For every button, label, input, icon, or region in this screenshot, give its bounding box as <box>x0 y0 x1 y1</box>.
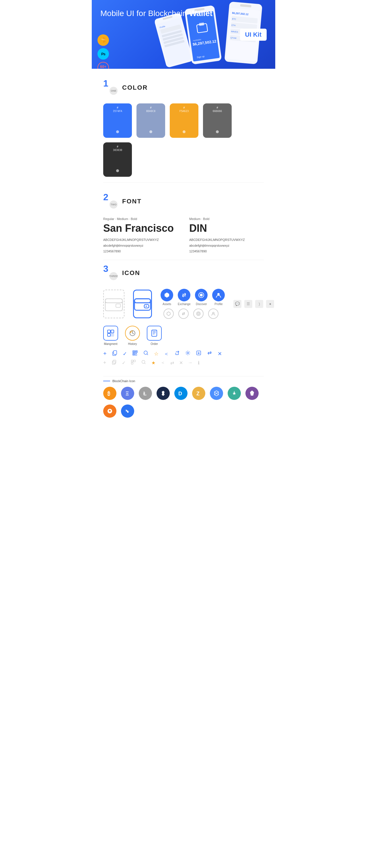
zcash-icon: Z <box>192 387 205 400</box>
discover-icon <box>195 289 207 301</box>
hero-title-bold: Wallet <box>189 9 213 18</box>
hero-title: Mobile UI for Blockchain Wallet <box>101 9 213 18</box>
font-style-din: Medium · Bold <box>189 217 264 221</box>
svg-point-48 <box>200 293 203 297</box>
swatch-dot <box>116 130 119 133</box>
svg-rect-44 <box>135 299 150 303</box>
nav-icons-group: Assets Exchange Discover <box>161 289 225 319</box>
profile-icon-outline <box>208 309 219 319</box>
svg-rect-55 <box>111 330 114 333</box>
search-icon <box>143 350 149 357</box>
svg-rect-63 <box>152 330 157 332</box>
x-icon-inactive: ✕ <box>179 360 183 366</box>
order-icon <box>147 326 162 341</box>
svg-rect-79 <box>112 361 115 365</box>
svg-point-50 <box>217 293 220 296</box>
blockchain-label: BlockChain Icon <box>103 379 264 383</box>
arrows-icon-inactive: ⇄ <box>170 360 174 366</box>
swatch-dot <box>216 130 219 133</box>
swatch-blue: #3574FA <box>103 103 132 138</box>
svg-rect-69 <box>133 351 134 352</box>
svg-text:ETH: ETH <box>231 24 236 26</box>
waves-icon <box>121 404 134 418</box>
dark-coin-icon <box>157 387 170 400</box>
font-name-sf: San Francisco <box>103 222 178 234</box>
screens-badge: 60+ Screens <box>97 62 109 69</box>
ui-kit-badge: UI Kit <box>240 29 266 41</box>
management-icon-item: Mangment <box>103 326 118 345</box>
hero-section: Mobile UI for Blockchain Wallet UI Kit P… <box>92 0 275 69</box>
order-icon-item: Order <box>147 326 162 345</box>
svg-rect-81 <box>131 360 133 362</box>
grid-icon <box>210 387 223 400</box>
litecoin-icon: Ł <box>139 387 152 400</box>
font-grid: Regular · Medium · Bold San Francisco AB… <box>103 217 264 254</box>
dash-icon: D <box>174 387 188 400</box>
blockchain-section: BlockChain Icon ₿ Ξ Ł D Z <box>92 376 275 429</box>
plus-icon: + <box>103 350 107 357</box>
svg-line-85 <box>144 363 145 364</box>
swatch-dark: #303030 <box>103 143 132 177</box>
svg-rect-57 <box>111 334 114 336</box>
svg-rect-65 <box>114 351 117 354</box>
qr-icon-inactive <box>131 360 136 366</box>
swatch-gray-blue: #8DA0C8 <box>137 103 165 138</box>
font-section-header: 2 TWO FONT <box>103 194 264 209</box>
badge-icons: Ps 60+ Screens <box>97 34 109 69</box>
copy-icon-inactive <box>112 360 117 366</box>
blockchain-label-text: BlockChain Icon <box>112 379 135 383</box>
history-icon <box>125 326 140 341</box>
svg-point-53 <box>213 312 214 314</box>
font-chars-num-sf: 1234567890 <box>103 249 178 254</box>
svg-rect-80 <box>113 360 116 364</box>
font-chars-num-din: 1234567890 <box>189 249 264 254</box>
svg-text:₿: ₿ <box>108 391 110 397</box>
forward-icon-inactive: → <box>188 360 193 365</box>
hero-title-regular: Mobile UI for Blockchain <box>101 9 189 18</box>
qr-icon <box>132 350 138 357</box>
gear-icon <box>185 350 191 357</box>
font-chars-lower-din: abcdefghijklmnopqrstuvwxyz <box>189 243 264 249</box>
font-section: 2 TWO FONT Regular · Medium · Bold San F… <box>92 183 275 260</box>
font-din: Medium · Bold DIN ABCDEFGHIJKLMNOPQRSTUV… <box>189 217 264 254</box>
swatch-orange: #F5A623 <box>170 103 198 138</box>
matic-icon <box>103 404 116 418</box>
crypto-icons-row: ₿ Ξ Ł D Z <box>103 387 264 418</box>
history-label: History <box>128 342 137 345</box>
font-san-francisco: Regular · Medium · Bold San Francisco AB… <box>103 217 178 254</box>
assets-label: Assets <box>163 303 171 306</box>
export-icon <box>196 350 202 357</box>
font-name-din: DIN <box>189 222 264 234</box>
icon-section: 3 THREE ICON <box>92 260 275 376</box>
blockchain-label-line <box>103 381 110 381</box>
font-section-number: 2 TWO <box>103 194 117 209</box>
discover-icon-item: Discover <box>195 289 207 306</box>
font-style-sf: Regular · Medium · Bold <box>103 217 178 221</box>
svg-text:Z: Z <box>196 391 200 397</box>
check-icon-inactive: ✓ <box>122 360 125 366</box>
icon-section-header: 3 THREE ICON <box>103 266 264 280</box>
check-icon: ✓ <box>123 351 127 357</box>
sketch-badge <box>97 34 109 46</box>
history-icon-item: History <box>125 326 140 345</box>
chat-icon: 💬 <box>233 300 242 308</box>
icon-section-title: ICON <box>122 269 140 277</box>
profile-icon <box>212 289 225 301</box>
star-icon-active: ★ <box>151 360 156 366</box>
moon-icon: ) <box>255 300 263 308</box>
color-section-number: 1 ONE <box>103 81 117 95</box>
assets-icon <box>161 289 173 301</box>
svg-point-51 <box>198 313 199 314</box>
transfer-icon <box>207 350 213 357</box>
color-section: 1 ONE COLOR #3574FA #8DA0C8 #F5A623 #666… <box>92 69 275 183</box>
svg-rect-37 <box>116 304 120 307</box>
svg-point-75 <box>144 351 147 354</box>
svg-line-76 <box>147 354 148 355</box>
small-icons-active-row: + ✓ ☆ ＜ ✕ <box>103 350 264 357</box>
profile-label: Profile <box>215 303 223 306</box>
swatch-dot <box>182 130 186 133</box>
app-icons-row: Mangment History <box>103 326 264 345</box>
discover-icon-outline <box>193 309 204 319</box>
stack-icon: ☰ <box>244 300 252 308</box>
search-icon-inactive <box>141 360 146 366</box>
